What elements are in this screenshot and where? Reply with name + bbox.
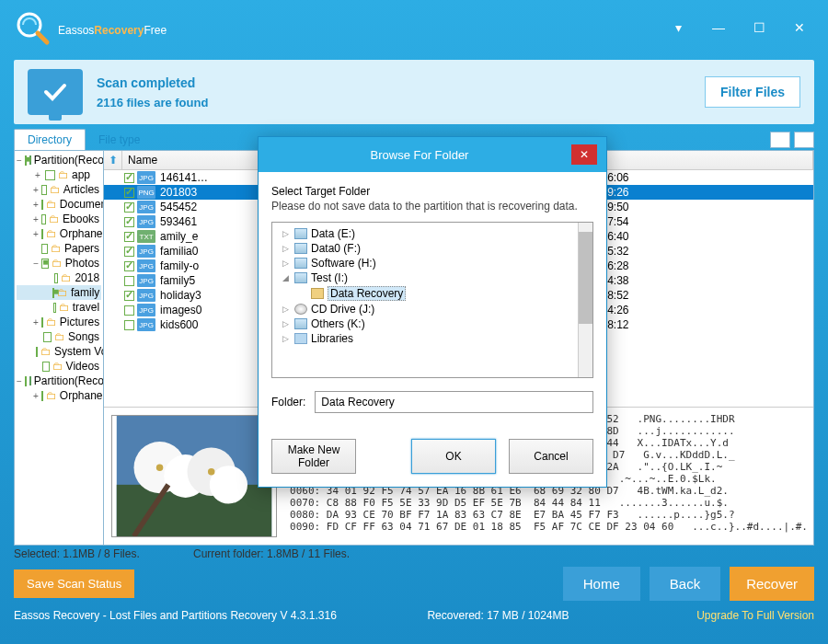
tree-item[interactable]: +🗀Documents bbox=[17, 197, 101, 212]
tree-item[interactable]: 🗀Videos bbox=[17, 359, 101, 374]
tree-item[interactable]: −Partition(Recognized)(2 bbox=[17, 374, 101, 388]
checkbox[interactable] bbox=[124, 247, 134, 257]
expand-toggle[interactable]: ▷ bbox=[280, 259, 291, 268]
expand-toggle[interactable]: + bbox=[33, 391, 39, 401]
scrollbar-thumb[interactable] bbox=[579, 232, 592, 324]
checkbox[interactable] bbox=[42, 362, 50, 372]
folder-tree-item[interactable]: ▷Software (H:) bbox=[276, 256, 589, 270]
expand-toggle[interactable]: ▷ bbox=[280, 319, 291, 328]
tree-item[interactable]: −🗀Photos bbox=[17, 256, 101, 270]
checkbox[interactable] bbox=[41, 185, 47, 195]
checkbox[interactable] bbox=[25, 155, 27, 166]
tree-item[interactable]: 🗀System Volume Informat bbox=[17, 344, 101, 359]
folder-input[interactable] bbox=[315, 391, 593, 413]
checkbox[interactable] bbox=[124, 291, 134, 301]
expand-toggle[interactable]: − bbox=[33, 259, 39, 269]
drive-icon bbox=[294, 318, 307, 329]
tree-item[interactable]: +🗀Pictures bbox=[17, 315, 101, 329]
expand-toggle[interactable]: ▷ bbox=[280, 334, 291, 343]
expand-toggle[interactable]: + bbox=[33, 214, 39, 224]
expand-toggle[interactable]: − bbox=[17, 155, 22, 166]
checkbox[interactable] bbox=[124, 217, 134, 227]
tab-directory[interactable]: Directory bbox=[14, 129, 86, 150]
folder-icon: 🗀 bbox=[50, 183, 61, 196]
tree-item[interactable]: 🗀travel bbox=[17, 300, 101, 315]
folder-tree-item[interactable]: ▷Data (E:) bbox=[276, 226, 589, 241]
expand-toggle[interactable]: ▷ bbox=[280, 305, 291, 314]
expand-toggle[interactable]: + bbox=[33, 170, 42, 180]
checkbox[interactable] bbox=[124, 188, 134, 198]
checkbox[interactable] bbox=[41, 214, 46, 224]
expand-toggle[interactable]: − bbox=[17, 376, 22, 386]
minimize-button[interactable]: — bbox=[704, 17, 733, 39]
tree-item[interactable]: 🗀family bbox=[17, 285, 101, 300]
svg-point-7 bbox=[210, 466, 247, 503]
footer: Eassos Recovery - Lost Files and Partiti… bbox=[0, 605, 828, 629]
upgrade-link[interactable]: Upgrade To Full Version bbox=[696, 609, 814, 622]
checkbox[interactable] bbox=[124, 320, 134, 330]
tree-item[interactable]: −Partition(Recognized)(0 bbox=[17, 153, 101, 167]
checkbox[interactable] bbox=[41, 244, 48, 254]
expand-toggle[interactable]: ▷ bbox=[280, 229, 291, 238]
ok-button[interactable]: OK bbox=[411, 439, 496, 474]
checkbox[interactable] bbox=[124, 173, 134, 183]
checkbox[interactable] bbox=[54, 273, 58, 283]
dropdown-icon[interactable]: ▾ bbox=[663, 17, 693, 39]
expand-toggle[interactable]: + bbox=[33, 317, 39, 328]
up-folder-button[interactable]: ⬆ bbox=[104, 151, 122, 169]
folder-tree-item[interactable]: ▷Libraries bbox=[276, 331, 589, 346]
tree-item[interactable]: +🗀Orphaned Files bbox=[17, 226, 101, 241]
checkbox[interactable] bbox=[41, 200, 43, 210]
folder-tree[interactable]: ▷Data (E:)▷Data0 (F:)▷Software (H:)◢Test… bbox=[271, 222, 593, 378]
expand-toggle[interactable]: ▷ bbox=[280, 244, 291, 253]
checkbox[interactable] bbox=[41, 391, 43, 401]
expand-toggle[interactable]: + bbox=[33, 185, 39, 195]
checkbox[interactable] bbox=[124, 305, 134, 316]
scrollbar[interactable] bbox=[578, 223, 592, 377]
dialog-titlebar[interactable]: Browse For Folder ✕ bbox=[259, 137, 606, 172]
home-button[interactable]: Home bbox=[563, 567, 640, 601]
tree-item[interactable]: +🗀Orphaned Files bbox=[17, 388, 101, 403]
view-grid-button[interactable] bbox=[770, 132, 790, 148]
save-scan-button[interactable]: Save Scan Status bbox=[14, 569, 134, 598]
checkbox[interactable] bbox=[36, 347, 38, 357]
folder-tree-item[interactable]: Data Recovery bbox=[276, 285, 589, 302]
folder-tree-item[interactable]: ▷CD Drive (J:) bbox=[276, 302, 589, 316]
checkbox[interactable] bbox=[43, 332, 52, 342]
checkbox[interactable] bbox=[124, 261, 134, 271]
tree-item[interactable]: +🗀Ebooks bbox=[17, 212, 101, 226]
folder-tree-item[interactable]: ▷Data0 (F:) bbox=[276, 241, 589, 256]
maximize-button[interactable]: ☐ bbox=[744, 17, 774, 39]
tree-item[interactable]: 🗀2018 bbox=[17, 270, 101, 285]
checkbox[interactable] bbox=[53, 303, 56, 313]
tree-item[interactable]: 🗀Songs bbox=[17, 329, 101, 344]
expand-toggle[interactable]: + bbox=[33, 229, 39, 239]
expand-toggle[interactable]: ◢ bbox=[280, 273, 291, 282]
close-button[interactable]: ✕ bbox=[785, 17, 814, 39]
folder-tree-item[interactable]: ◢Test (I:) bbox=[276, 270, 589, 285]
checkbox[interactable] bbox=[124, 276, 134, 286]
expand-toggle[interactable]: + bbox=[33, 200, 39, 210]
checkbox[interactable] bbox=[41, 259, 49, 269]
file-type-icon: JPG bbox=[137, 259, 155, 272]
view-list-button[interactable] bbox=[794, 132, 814, 148]
cancel-button[interactable]: Cancel bbox=[509, 439, 593, 474]
dialog-close-button[interactable]: ✕ bbox=[571, 144, 597, 165]
tree-item[interactable]: +🗀Articles bbox=[17, 182, 101, 197]
checkbox[interactable] bbox=[25, 376, 27, 386]
back-button[interactable]: Back bbox=[650, 567, 720, 601]
checkbox[interactable] bbox=[41, 229, 43, 239]
tab-file-type[interactable]: File type bbox=[86, 130, 153, 150]
recover-button[interactable]: Recover bbox=[730, 567, 814, 601]
make-new-folder-button[interactable]: Make New Folder bbox=[271, 439, 356, 474]
checkbox[interactable] bbox=[45, 170, 55, 180]
tree-item[interactable]: +🗀app bbox=[17, 167, 101, 182]
checkbox[interactable] bbox=[124, 232, 134, 242]
filter-files-button[interactable]: Filter Files bbox=[705, 76, 800, 108]
tree-item[interactable]: 🗀Papers bbox=[17, 241, 101, 256]
directory-tree[interactable]: −Partition(Recognized)(0+🗀app+🗀Articles+… bbox=[15, 151, 104, 545]
checkbox[interactable] bbox=[52, 288, 54, 298]
checkbox[interactable] bbox=[41, 317, 43, 328]
folder-tree-item[interactable]: ▷Others (K:) bbox=[276, 316, 589, 331]
checkbox[interactable] bbox=[124, 202, 134, 213]
